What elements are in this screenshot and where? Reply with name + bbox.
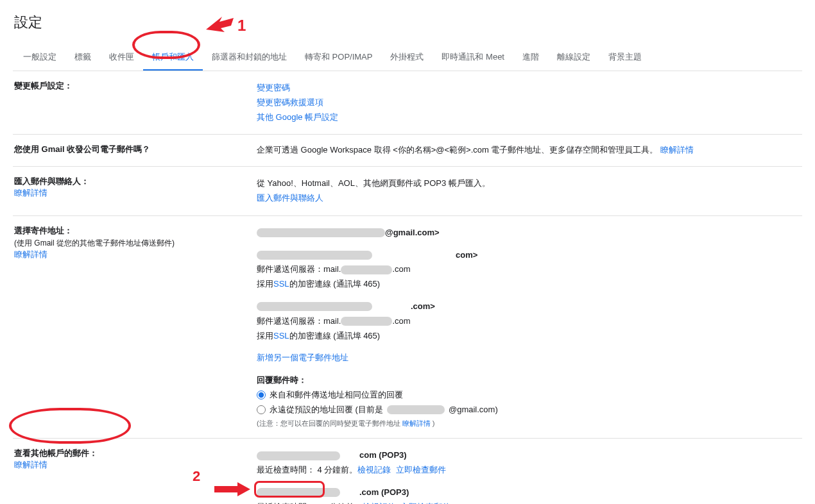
change-password-link[interactable]: 變更密碼 [257,81,290,95]
check-now-1[interactable]: 立即檢查郵件 [396,464,446,477]
server2-prefix: 郵件遞送伺服器：mail. [257,263,341,276]
redacted-name-2 [257,251,372,260]
tab-offline[interactable]: 離線設定 [548,45,599,71]
tab-addons[interactable]: 外掛程式 [381,45,433,71]
section-import-mail: 匯入郵件與聯絡人： 瞭解詳情 從 Yahoo!、Hotmail、AOL、其他網頁… [13,167,802,216]
tab-accounts-import[interactable]: 帳戶和匯入 [143,45,203,71]
tab-chat-meet[interactable]: 即時通訊和 Meet [433,45,513,71]
other-google-settings-link[interactable]: 其他 Google 帳戶設定 [257,111,338,124]
tab-advanced[interactable]: 進階 [513,45,548,71]
reply-same-radio[interactable] [257,391,266,399]
view-log-1[interactable]: 檢視記錄 [357,464,391,477]
change-account-label: 變更帳戶設定： [14,81,73,90]
redacted-name-1 [257,228,385,237]
gmail-company-label: 您使用 Gmail 收發公司電子郵件嗎？ [14,144,150,154]
server2-suffix: .com [392,263,410,276]
reply-note-suffix: ) [433,419,435,427]
tab-labels[interactable]: 標籤 [65,45,100,71]
addr3-suffix: .com> [411,300,435,314]
addr2-suffix: com> [456,249,477,262]
reply-opt2-suffix: @gmail.com) [449,403,498,417]
tab-general[interactable]: 一般設定 [14,45,65,71]
tab-inbox[interactable]: 收件匣 [100,45,143,71]
tab-themes[interactable]: 背景主題 [599,45,651,71]
import-mail-link[interactable]: 匯入郵件與聯絡人 [257,192,323,205]
redacted-default-addr [387,405,445,414]
password-recovery-link[interactable]: 變更密碼救援選項 [257,96,323,110]
add-another-address-link[interactable]: 新增另一個電子郵件地址 [257,351,348,365]
import-mail-text: 從 Yahoo!、Hotmail、AOL、其他網頁郵件或 POP3 帳戶匯入。 [257,177,490,190]
redacted-pop3-2 [257,488,340,497]
server3-suffix: .com [392,315,410,328]
import-mail-learn-more[interactable]: 瞭解詳情 [14,188,47,197]
tab-forwarding-pop-imap[interactable]: 轉寄和 POP/IMAP [296,45,381,71]
settings-tabs: 一般設定 標籤 收件匣 帳戶和匯入 篩選器和封鎖的地址 轉寄和 POP/IMAP… [13,45,802,71]
reply-header: 回覆郵件時： [257,374,307,387]
send-as-sub: (使用 Gmail 從您的其他電子郵件地址傳送郵件) [14,238,257,249]
section-change-account: 變更帳戶設定： 變更密碼 變更密碼救援選項 其他 Google 帳戶設定 [13,71,802,135]
reply-default-radio[interactable] [257,405,266,414]
section-gmail-company: 您使用 Gmail 收發公司電子郵件嗎？ 企業可透過 Google Worksp… [13,135,802,167]
section-check-other: 查看其他帳戶的郵件： 瞭解詳情 com (POP3) 最近檢查時間： 4 分鐘前… [13,439,802,504]
check-other-label: 查看其他帳戶的郵件： [14,448,257,459]
ssl3-link[interactable]: SSL [273,330,289,343]
reply-note-prefix: (注意：您可以在回覆的同時變更電子郵件地址 [257,419,402,427]
reply-opt2-prefix: 永遠從預設的地址回覆 (目前是 [270,403,383,417]
last-check-2: 最近檢查時間： 10 分鐘前。 [257,501,363,504]
redacted-pop3-1 [257,451,340,460]
ssl3-prefix: 採用 [257,330,273,343]
last-check-1: 最近檢查時間： 4 分鐘前。 [257,464,357,477]
server3-prefix: 郵件遞送伺服器：mail. [257,315,341,328]
section-send-as: 選擇寄件地址： (使用 Gmail 從您的其他電子郵件地址傳送郵件) 瞭解詳情 … [13,216,802,439]
view-log-2[interactable]: 檢視記錄 [363,501,396,504]
ssl3-suffix: 的加密連線 (通訊埠 465) [289,330,381,343]
ssl2-link[interactable]: SSL [273,278,289,291]
import-mail-label: 匯入郵件與聯絡人： [14,176,257,187]
gmail-company-learn-more[interactable]: 瞭解詳情 [660,145,694,155]
redacted-name-3 [257,302,372,311]
redacted-server-3 [341,317,392,326]
redacted-server-2 [341,265,392,274]
addr1-suffix: @gmail.com> [385,226,440,240]
send-as-learn-more[interactable]: 瞭解詳情 [14,249,47,259]
tab-filters-blocked[interactable]: 篩選器和封鎖的地址 [203,45,296,71]
page-title: 設定 [13,13,802,32]
reply-note-link[interactable]: 瞭解詳情 [402,419,431,427]
check-other-learn-more[interactable]: 瞭解詳情 [14,460,47,469]
reply-opt1: 來自和郵件傳送地址相同位置的回覆 [270,389,403,402]
check-now-2[interactable]: 立即檢查郵件 [400,501,450,504]
ssl2-suffix: 的加密連線 (通訊埠 465) [289,278,381,291]
send-as-label: 選擇寄件地址： [14,225,257,237]
gmail-company-text: 企業可透過 Google Workspace 取得 <你的名稱>@<範例>.co… [257,145,658,155]
pop3-2-suffix: .com (POP3) [359,486,409,500]
ssl2-prefix: 採用 [257,278,273,291]
pop3-1-suffix: com (POP3) [359,449,407,462]
